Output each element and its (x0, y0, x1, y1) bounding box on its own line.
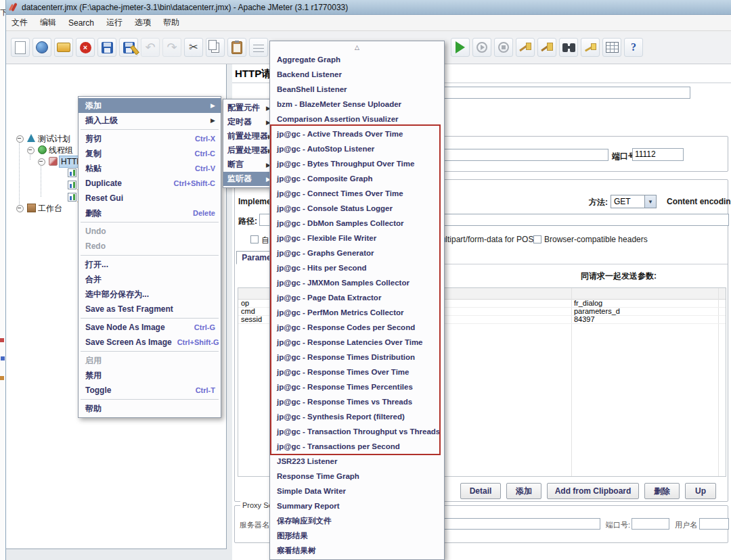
listener-item-jp-gc-transactions-per-second[interactable]: jp@gc - Transactions per Second (270, 439, 444, 454)
context-menu-item-4[interactable]: 复制Ctrl-C (79, 146, 221, 161)
context-menu-item-15[interactable]: 选中部分保存为... (79, 287, 221, 302)
method-dropdown[interactable]: GET ▼ (611, 195, 657, 208)
context-menu-item-8[interactable]: 删除Delete (79, 206, 221, 220)
save-icon[interactable] (97, 38, 116, 57)
context-menu-item-0[interactable]: 添加▶ (79, 98, 221, 113)
add-submenu-item-2[interactable]: 前置处理器▶ (223, 129, 273, 143)
context-menu-item-reset-gui[interactable]: Reset Gui (79, 191, 221, 206)
button-1[interactable]: 添加 (506, 483, 541, 499)
listener-item-jp-gc-bytes-throughput-over-time[interactable]: jp@gc - Bytes Throughput Over Time (270, 156, 444, 171)
listener-item-backend-listener[interactable]: Backend Listener (270, 67, 444, 82)
context-menu-item-25[interactable]: 帮助 (79, 401, 221, 416)
context-menu-item-redo[interactable]: Redo (79, 239, 221, 254)
listener-item-jp-gc-composite-graph[interactable]: jp@gc - Composite Graph (270, 171, 444, 186)
tree-expand-knob[interactable] (16, 135, 24, 143)
context-menu-item-undo[interactable]: Undo (79, 224, 221, 239)
menubar-item-1[interactable]: 编辑 (34, 15, 62, 30)
button-up[interactable]: Up (685, 483, 716, 499)
add-submenu-item-3[interactable]: 后置处理器▶ (223, 143, 273, 158)
listener-item-jp-gc-connect-times-over-time[interactable]: jp@gc - Connect Times Over Time (270, 186, 444, 201)
listener-item-jp-gc-dbmon-samples-collector[interactable]: jp@gc - DbMon Samples Collector (270, 216, 444, 231)
browser-headers-checkbox[interactable] (533, 235, 541, 243)
proxy-user-input[interactable] (699, 518, 729, 530)
search-reset-icon[interactable] (581, 38, 600, 57)
button-add-from-clipboard[interactable]: Add from Clipboard (547, 483, 639, 499)
context-menu-item-3[interactable]: 剪切Ctrl-X (79, 131, 221, 146)
function-helper-icon[interactable] (602, 38, 621, 57)
menubar-item-0[interactable]: 文件 (5, 15, 34, 30)
context-menu-item-1[interactable]: 插入上级▶ (79, 113, 221, 128)
expand-tree-icon[interactable] (249, 38, 268, 57)
listener-item-jp-gc-console-status-logger[interactable]: jp@gc - Console Status Logger (270, 201, 444, 216)
listener-item-jp-gc-jmxmon-samples-collector[interactable]: jp@gc - JMXMon Samples Collector (270, 275, 444, 290)
context-menu-item-21[interactable]: 启用 (79, 353, 221, 368)
menubar-item-5[interactable]: 帮助 (157, 15, 185, 30)
listener-item-jp-gc-synthesis-report-filtered[interactable]: jp@gc - Synthesis Report (filtered) (270, 409, 444, 424)
menubar-item-search[interactable]: Search (62, 15, 100, 30)
listener-item-jp-gc-response-times-vs-threads[interactable]: jp@gc - Response Times vs Threads (270, 394, 444, 409)
redo-icon[interactable]: ↷ (162, 38, 181, 57)
auto-redirect-checkbox[interactable] (250, 235, 259, 243)
listener-item-jp-gc-graphs-generator[interactable]: jp@gc - Graphs Generator (270, 246, 444, 260)
context-menu-item-save-node-as-image[interactable]: Save Node As ImageCtrl-G (79, 320, 221, 335)
context-menu-item-duplicate[interactable]: DuplicateCtrl+Shift-C (79, 176, 221, 191)
listener-item-jp-gc-active-threads-over-time[interactable]: jp@gc - Active Threads Over Time (270, 126, 444, 141)
listener-item-jp-gc-page-data-extractor[interactable]: jp@gc - Page Data Extractor (270, 290, 444, 305)
scroll-up-control[interactable]: △ (270, 43, 444, 52)
tree-expand-knob[interactable] (38, 158, 45, 166)
listener-item-simple-data-writer[interactable]: Simple Data Writer (270, 484, 444, 498)
listener-item-jp-gc-autostop-listener[interactable]: jp@gc - AutoStop Listener (270, 141, 444, 156)
undo-icon[interactable]: ↶ (141, 38, 160, 57)
remote-stop-icon[interactable] (494, 38, 513, 57)
close-file-icon[interactable]: × (76, 38, 95, 57)
listener-item-response-time-graph[interactable]: Response Time Graph (270, 469, 444, 484)
save-as-icon[interactable] (119, 38, 138, 57)
new-file-icon[interactable] (11, 38, 30, 57)
tree-expand-knob[interactable] (16, 205, 24, 212)
open-file-icon[interactable] (54, 38, 73, 57)
listener-item-jp-gc-response-times-distribution[interactable]: jp@gc - Response Times Distribution (270, 350, 444, 365)
context-menu-item-save-screen-as-image[interactable]: Save Screen As ImageCtrl+Shift-G (79, 335, 221, 350)
context-menu-item-22[interactable]: 禁用 (79, 368, 221, 383)
search-icon[interactable] (559, 38, 578, 57)
context-menu-item-14[interactable]: 合并 (79, 272, 221, 287)
add-submenu-item-4[interactable]: 断言▶ (223, 158, 273, 172)
listener-item-jp-gc-flexible-file-writer[interactable]: jp@gc - Flexible File Writer (270, 231, 444, 246)
add-submenu-item-5[interactable]: 监听器▶ (223, 172, 273, 186)
paste-icon[interactable] (227, 38, 246, 57)
clear-all-icon[interactable] (537, 38, 556, 57)
titlebar[interactable]: datacenterr.jmx (F:\apache-jmeter-3.1\bi… (5, 0, 731, 15)
listener-item-jp-gc-perfmon-metrics-collector[interactable]: jp@gc - PerfMon Metrics Collector (270, 305, 444, 320)
templates-icon[interactable] (32, 38, 51, 57)
listener-item-jp-gc-response-codes-per-second[interactable]: jp@gc - Response Codes per Second (270, 320, 444, 335)
listener-item-jp-gc-transaction-throughput-vs-threads[interactable]: jp@gc - Transaction Throughput vs Thread… (270, 424, 444, 439)
start-icon[interactable] (451, 38, 470, 57)
listener-item-jp-gc-hits-per-second[interactable]: jp@gc - Hits per Second (270, 260, 444, 275)
button-3[interactable]: 删除 (644, 483, 680, 499)
cut-icon[interactable]: ✂ (184, 38, 203, 57)
context-menu-item-save-as-test-fragment[interactable]: Save as Test Fragment (79, 302, 221, 317)
listener-item-jsr223-listener[interactable]: JSR223 Listener (270, 454, 444, 469)
listener-item-32[interactable]: 图形结果 (270, 528, 444, 543)
listener-item-beanshell-listener[interactable]: BeanShell Listener (270, 82, 444, 97)
tree-expand-knob[interactable] (27, 147, 35, 154)
clear-icon[interactable] (516, 38, 535, 57)
listener-item-bzm-blazemeter-sense-uploader[interactable]: bzm - BlazeMeter Sense Uploader (270, 97, 444, 112)
chevron-down-icon[interactable]: ▼ (644, 195, 656, 208)
context-menu-item-toggle[interactable]: ToggleCtrl-T (79, 383, 221, 398)
remote-start-icon[interactable] (472, 38, 491, 57)
listener-item-aggregate-graph[interactable]: Aggregate Graph (270, 52, 444, 67)
listener-item-summary-report[interactable]: Summary Report (270, 498, 444, 513)
listener-item-comparison-assertion-visualizer[interactable]: Comparison Assertion Visualizer (270, 112, 444, 126)
listener-item-jp-gc-response-times-over-time[interactable]: jp@gc - Response Times Over Time (270, 365, 444, 379)
menubar-item-3[interactable]: 运行 (100, 15, 129, 30)
help-icon[interactable]: ? (624, 38, 643, 57)
button-detail[interactable]: Detail (460, 483, 501, 499)
listener-item-31[interactable]: 保存响应到文件 (270, 513, 444, 528)
proxy-port-input[interactable] (632, 518, 669, 530)
context-menu-item-5[interactable]: 粘贴Ctrl-V (79, 161, 221, 176)
copy-icon[interactable] (206, 38, 225, 57)
menubar-item-4[interactable]: 选项 (129, 15, 157, 30)
listener-item-33[interactable]: 察看结果树 (270, 543, 444, 558)
context-menu-item-13[interactable]: 打开... (79, 257, 221, 272)
